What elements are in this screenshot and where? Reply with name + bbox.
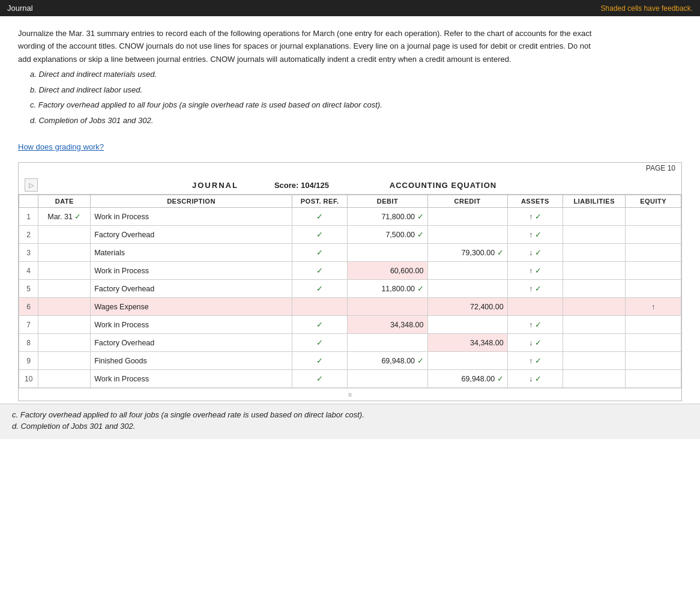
- postref-check-icon: ✓: [316, 338, 323, 347]
- credit-cell[interactable]: [427, 226, 507, 244]
- debit-cell[interactable]: [348, 244, 427, 262]
- bottom-bar: c. Factory overhead applied to all four …: [0, 404, 700, 439]
- col-header-line: [19, 195, 38, 208]
- debit-cell[interactable]: 34,348.00: [348, 316, 427, 334]
- description-cell[interactable]: Wages Expense: [91, 298, 292, 316]
- debit-cell[interactable]: 11,800.00 ✓: [348, 280, 427, 298]
- credit-cell[interactable]: 79,300.00 ✓: [427, 244, 507, 262]
- debit-cell[interactable]: [348, 298, 427, 316]
- postref-check-icon: ✓: [316, 320, 323, 329]
- equity-cell[interactable]: [626, 370, 681, 388]
- top-bar: Journal Shaded cells have feedback.: [0, 0, 700, 16]
- debit-cell[interactable]: 71,800.00 ✓: [348, 208, 427, 226]
- description-cell[interactable]: Work in Process: [91, 370, 292, 388]
- liabilities-cell[interactable]: [563, 352, 626, 370]
- equity-cell[interactable]: [626, 262, 681, 280]
- credit-cell[interactable]: [427, 352, 507, 370]
- debit-cell[interactable]: [348, 334, 427, 352]
- description-cell[interactable]: Materials: [91, 244, 292, 262]
- liabilities-cell[interactable]: [563, 316, 626, 334]
- postref-check-icon: ✓: [316, 284, 323, 293]
- equity-cell[interactable]: [626, 316, 681, 334]
- description-cell[interactable]: Work in Process: [91, 208, 292, 226]
- journal-flag: ▷: [25, 178, 38, 192]
- bottom-c: c. Factory overhead applied to all four …: [12, 410, 688, 419]
- assets-cell[interactable]: ↓ ✓: [507, 370, 563, 388]
- grading-link[interactable]: How does grading work?: [18, 142, 104, 151]
- assets-cell[interactable]: ↑ ✓: [507, 352, 563, 370]
- table-row: 3Materials✓79,300.00 ✓↓ ✓: [19, 244, 681, 262]
- score-value: 104/125: [301, 181, 329, 190]
- table-row: 4Work in Process✓60,600.00↑ ✓: [19, 262, 681, 280]
- assets-arrow-icon: ↓: [529, 249, 533, 257]
- table-row: 9Finished Goods✓69,948.00 ✓↑ ✓: [19, 352, 681, 370]
- table-header-row: DATE DESCRIPTION POST. REF. DEBIT CREDIT…: [19, 195, 681, 208]
- assets-check-icon: ✓: [535, 230, 542, 239]
- debit-cell[interactable]: 7,500.00 ✓: [348, 226, 427, 244]
- debit-cell[interactable]: [348, 370, 427, 388]
- score-label: Score:: [274, 181, 298, 190]
- assets-arrow-icon: ↑: [529, 285, 533, 293]
- credit-cell[interactable]: [427, 280, 507, 298]
- table-row: 5Factory Overhead✓11,800.00 ✓↑ ✓: [19, 280, 681, 298]
- debit-cell[interactable]: 69,948.00 ✓: [348, 352, 427, 370]
- instructions-block: Journalize the Mar. 31 summary entries t…: [18, 27, 594, 127]
- equity-cell[interactable]: [626, 226, 681, 244]
- liabilities-cell[interactable]: [563, 280, 626, 298]
- description-cell[interactable]: Factory Overhead: [91, 226, 292, 244]
- assets-cell[interactable]: ↓ ✓: [507, 334, 563, 352]
- assets-cell[interactable]: ↑ ✓: [507, 226, 563, 244]
- credit-cell[interactable]: 72,400.00: [427, 298, 507, 316]
- page-number: PAGE 10: [19, 163, 681, 175]
- scroll-hint: ≡: [19, 388, 681, 401]
- journal-header: ▷ JOURNAL Score: 104/125 ACCOUNTING EQUA…: [19, 175, 681, 195]
- assets-cell[interactable]: ↑ ✓: [507, 316, 563, 334]
- equity-cell[interactable]: [626, 208, 681, 226]
- equity-cell[interactable]: [626, 334, 681, 352]
- credit-cell[interactable]: [427, 316, 507, 334]
- feedback-label: Shaded cells have feedback.: [601, 4, 693, 13]
- description-cell[interactable]: Finished Goods: [91, 352, 292, 370]
- postref-check-icon: ✓: [316, 374, 323, 383]
- col-header-credit: CREDIT: [427, 195, 507, 208]
- description-cell[interactable]: Factory Overhead: [91, 280, 292, 298]
- credit-cell[interactable]: 69,948.00 ✓: [427, 370, 507, 388]
- instruction-a: a. Direct and indirect materials used.: [30, 68, 594, 80]
- instruction-c: c. Factory overhead applied to all four …: [30, 98, 594, 111]
- equity-cell[interactable]: ↑: [626, 298, 681, 316]
- description-cell[interactable]: Work in Process: [91, 316, 292, 334]
- assets-cell[interactable]: ↓ ✓: [507, 244, 563, 262]
- liabilities-cell[interactable]: [563, 244, 626, 262]
- description-cell[interactable]: Work in Process: [91, 262, 292, 280]
- assets-check-icon: ✓: [535, 212, 542, 221]
- debit-cell[interactable]: 60,600.00: [348, 262, 427, 280]
- credit-cell[interactable]: [427, 208, 507, 226]
- col-header-description: DESCRIPTION: [91, 195, 292, 208]
- table-row: 8Factory Overhead✓34,348.00↓ ✓: [19, 334, 681, 352]
- liabilities-cell[interactable]: [563, 226, 626, 244]
- assets-check-icon: ✓: [535, 248, 542, 257]
- equity-cell[interactable]: [626, 244, 681, 262]
- assets-cell[interactable]: ↑ ✓: [507, 262, 563, 280]
- equity-arrow-icon: ↑: [651, 303, 655, 311]
- equity-cell[interactable]: [626, 280, 681, 298]
- liabilities-cell[interactable]: [563, 208, 626, 226]
- credit-cell[interactable]: 34,348.00: [427, 334, 507, 352]
- equity-cell[interactable]: [626, 352, 681, 370]
- table-row: 1Mar. 31 ✓Work in Process✓71,800.00 ✓↑ ✓: [19, 208, 681, 226]
- postref-check-icon: ✓: [316, 356, 323, 365]
- credit-cell[interactable]: [427, 262, 507, 280]
- score-area: Score: 104/125: [274, 181, 329, 190]
- assets-cell[interactable]: ↑ ✓: [507, 208, 563, 226]
- assets-cell[interactable]: [507, 298, 563, 316]
- col-header-assets: ASSETS: [507, 195, 563, 208]
- liabilities-cell[interactable]: [563, 334, 626, 352]
- liabilities-cell[interactable]: [563, 262, 626, 280]
- debit-check-icon: ✓: [417, 284, 424, 293]
- description-cell[interactable]: Factory Overhead: [91, 334, 292, 352]
- assets-cell[interactable]: ↑ ✓: [507, 280, 563, 298]
- table-row: 10Work in Process✓69,948.00 ✓↓ ✓: [19, 370, 681, 388]
- liabilities-cell[interactable]: [563, 298, 626, 316]
- assets-arrow-icon: ↑: [529, 231, 533, 239]
- liabilities-cell[interactable]: [563, 370, 626, 388]
